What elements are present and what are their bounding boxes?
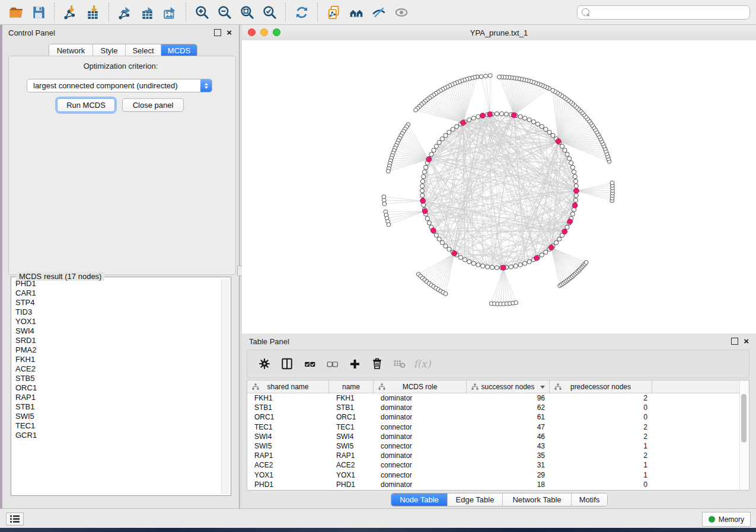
tab-edge-table[interactable]: Edge Table — [448, 493, 503, 506]
table-row-TEC1[interactable]: TEC1TEC1connector472 — [247, 422, 749, 432]
mcds-list-scrollbar[interactable] — [221, 279, 229, 494]
mcds-result-item[interactable]: SWI4 — [12, 326, 216, 336]
search-input[interactable] — [592, 7, 749, 18]
float-table-panel-icon[interactable] — [731, 338, 738, 345]
table-row-SWI4[interactable]: SWI4SWI4dominator462 — [247, 432, 749, 441]
show-all-button[interactable] — [390, 2, 413, 23]
zoom-fit-button[interactable] — [236, 2, 259, 23]
mcds-result-item[interactable]: STP4 — [12, 298, 216, 307]
cell: 31 — [467, 460, 550, 470]
table-row-ACE2[interactable]: ACE2ACE2connector311 — [247, 460, 749, 470]
table-scrollbar-track[interactable] — [739, 381, 748, 490]
close-panel-icon[interactable]: × — [227, 30, 232, 36]
mcds-result-item[interactable]: PHD1 — [12, 279, 216, 289]
tab-mcds[interactable]: MCDS — [161, 44, 197, 57]
maximize-window-icon[interactable] — [273, 28, 280, 36]
column-label: name — [342, 383, 360, 391]
table-row-FKH1[interactable]: FKH1FKH1dominator962 — [247, 393, 749, 403]
search-field[interactable] — [577, 5, 750, 20]
column-header-shared-name[interactable]: shared name — [247, 380, 329, 393]
cell: 18 — [467, 480, 550, 489]
mcds-result-item[interactable]: GCR1 — [12, 431, 216, 440]
satellite-nodes[interactable] — [382, 73, 614, 306]
mcds-result-item[interactable]: ACE2 — [12, 364, 216, 374]
zoom-selected-button[interactable] — [259, 2, 281, 23]
cell: FKH1 — [247, 393, 329, 403]
table-row-YOX1[interactable]: YOX1YOX1connector291 — [247, 470, 749, 480]
close-table-panel-icon[interactable]: × — [744, 338, 749, 344]
mcds-result-item[interactable]: TID3 — [12, 307, 216, 317]
table-row-ORC1[interactable]: ORC1ORC1dominator610 — [247, 412, 749, 422]
mcds-result-item[interactable]: SWI5 — [12, 412, 216, 421]
cell: dominator — [374, 432, 467, 441]
open-session-button[interactable] — [5, 2, 27, 23]
apply-layout-button[interactable] — [291, 2, 313, 23]
export-image-icon — [162, 5, 178, 20]
mcds-result-item[interactable]: TEC1 — [12, 421, 216, 431]
task-history-button[interactable] — [6, 512, 24, 525]
import-table-button[interactable] — [82, 2, 104, 23]
memory-button[interactable]: Memory — [702, 512, 751, 527]
column-header-name[interactable]: name — [329, 380, 374, 393]
export-image-button[interactable] — [159, 2, 181, 23]
split-pane-button[interactable] — [277, 353, 297, 374]
tab-node-table[interactable]: Node Table — [391, 493, 448, 506]
export-network-button[interactable] — [114, 2, 136, 23]
mcds-result-item[interactable]: FKH1 — [12, 355, 216, 364]
cell: 0 — [550, 480, 652, 489]
float-panel-icon[interactable] — [214, 29, 221, 36]
export-table-button[interactable] — [136, 2, 159, 23]
import-network-button[interactable] — [59, 2, 82, 23]
cell: SWI4 — [247, 432, 329, 441]
tab-network[interactable]: Network — [49, 44, 93, 57]
zoom-selected-icon — [262, 5, 277, 20]
mcds-result-item[interactable]: RAP1 — [12, 393, 216, 402]
first-neighbors-button[interactable] — [345, 2, 368, 23]
toolbar-separator — [317, 3, 318, 22]
tab-style[interactable]: Style — [93, 44, 126, 57]
table-scrollbar-thumb[interactable] — [741, 394, 747, 443]
mcds-result-item[interactable]: SRD1 — [12, 336, 216, 345]
cell: 62 — [467, 403, 550, 412]
column-header-MCDS-role[interactable]: MCDS role — [374, 380, 467, 393]
mcds-result-item[interactable]: CAR1 — [12, 289, 216, 298]
deselect-all-rows-button[interactable] — [322, 353, 342, 374]
new-network-from-selection-button[interactable] — [323, 2, 345, 23]
import-table-icon — [85, 5, 101, 20]
tab-motifs[interactable]: Motifs — [572, 493, 607, 506]
tab-network-table[interactable]: Network Table — [503, 493, 572, 506]
zoom-in-button[interactable] — [191, 2, 213, 23]
cell: TEC1 — [247, 422, 329, 432]
run-mcds-button[interactable]: Run MCDS — [57, 98, 115, 112]
optimization-criterion-dropdown[interactable]: largest connected component (undirected) — [27, 79, 212, 92]
mcds-result-item[interactable]: YOX1 — [12, 317, 216, 326]
column-header-predecessor-nodes[interactable]: predecessor nodes — [550, 380, 652, 393]
deselect-all-rows-icon — [326, 358, 339, 370]
tab-select[interactable]: Select — [126, 44, 161, 57]
zoom-out-button[interactable] — [213, 2, 236, 23]
minimize-window-icon[interactable] — [260, 28, 268, 36]
cell: ORC1 — [247, 412, 329, 422]
table-row-RAP1[interactable]: RAP1RAP1dominator352 — [247, 451, 749, 460]
cell: connector — [374, 470, 467, 480]
select-all-rows-button[interactable] — [299, 353, 320, 374]
mcds-result-item[interactable]: ORC1 — [12, 383, 216, 393]
table-row-STB1[interactable]: STB1STB1dominator620 — [247, 403, 749, 412]
table-row-PHD1[interactable]: PHD1PHD1dominator180 — [247, 480, 749, 489]
mcds-result-item[interactable]: STB1 — [12, 402, 216, 412]
hide-selected-button[interactable] — [368, 2, 390, 23]
mcds-result-item[interactable]: PMA2 — [12, 345, 216, 355]
table-row-SWI5[interactable]: SWI5SWI5connector431 — [247, 441, 749, 451]
delete-columns-button[interactable] — [367, 353, 387, 374]
mcds-result-item[interactable]: STB5 — [12, 374, 216, 383]
network-graph[interactable] — [242, 40, 756, 334]
close-panel-button[interactable]: Close panel — [122, 98, 184, 112]
network-canvas[interactable] — [242, 40, 756, 334]
close-window-icon[interactable] — [248, 28, 256, 36]
table-options-button[interactable] — [254, 353, 275, 374]
save-session-button[interactable] — [27, 2, 50, 23]
cell: RAP1 — [329, 451, 374, 460]
create-column-button[interactable] — [344, 353, 365, 374]
cell: 2 — [550, 422, 652, 432]
column-header-successor-nodes[interactable]: successor nodes — [467, 380, 550, 393]
